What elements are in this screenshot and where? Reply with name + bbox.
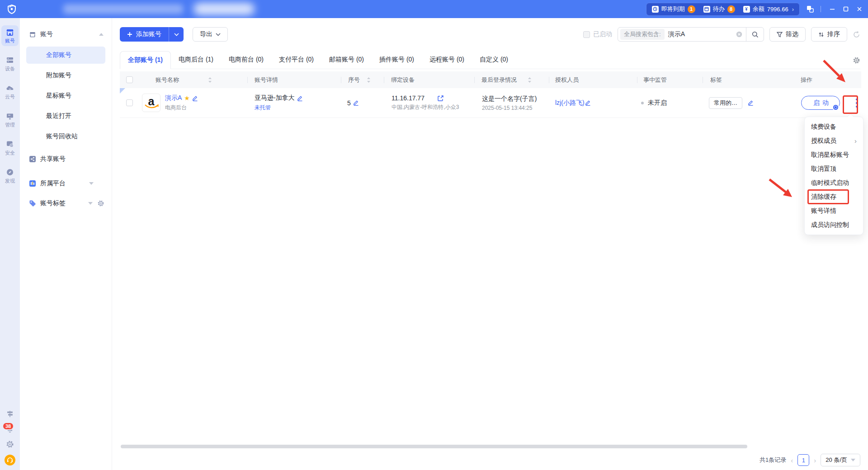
tab-ecom-frontend[interactable]: 电商前台 (0): [221, 51, 271, 69]
rail-item-cloud[interactable]: 云号: [1, 81, 19, 102]
export-button[interactable]: 导出: [193, 27, 228, 42]
menu-item-temp-mode-start[interactable]: 临时模式启动: [805, 176, 863, 190]
main-content: 添加账号 导出 已启动 全局搜索包含: 演示A: [112, 18, 868, 470]
customer-service-button[interactable]: [5, 455, 15, 465]
amazon-logo: a: [142, 94, 160, 112]
started-checkbox[interactable]: [583, 31, 590, 38]
rail-item-manage[interactable]: 管理: [1, 109, 19, 130]
menu-item-renew-device[interactable]: 续费设备: [805, 120, 863, 134]
tab-ecom-backend[interactable]: 电商后台 (1): [171, 51, 221, 69]
search-input[interactable]: 演示A: [668, 30, 736, 38]
hosting-status[interactable]: 未托管: [255, 104, 303, 112]
tag-chip[interactable]: 常用的…: [709, 97, 742, 109]
expiring-group[interactable]: 即将到期 1: [652, 5, 695, 13]
menu-item-unstar-account[interactable]: 取消星标账号: [805, 148, 863, 162]
sort-caret-icon[interactable]: [528, 77, 532, 83]
page-number[interactable]: 1: [797, 454, 809, 466]
select-all-checkbox[interactable]: [126, 76, 133, 83]
notifications-bell[interactable]: 38: [5, 425, 14, 434]
sidebar-item-extra-accounts[interactable]: 附加账号: [26, 67, 105, 84]
sidebar-item-platform[interactable]: 所属平台: [20, 175, 112, 192]
menu-item-unpin[interactable]: 取消置顶: [805, 162, 863, 176]
sidebar-item-account-tags[interactable]: 账号标签: [20, 195, 112, 212]
sidebar-section-accounts[interactable]: 账号: [20, 25, 112, 43]
sidebar-item-recycle-bin[interactable]: 账号回收站: [26, 128, 105, 145]
menu-item-clear-cache[interactable]: 清除缓存: [805, 190, 863, 204]
header-seq[interactable]: 序号: [341, 71, 384, 88]
more-actions-button[interactable]: [852, 94, 861, 112]
tab-label: 电商后台 (1): [179, 56, 213, 64]
edit-pencil-icon[interactable]: [748, 100, 754, 106]
open-device-icon[interactable]: [437, 95, 444, 102]
tag-settings-gear-icon[interactable]: [97, 200, 104, 207]
signpost-icon[interactable]: [5, 409, 14, 418]
device-location: 中国,内蒙古-呼和浩特,小众3: [392, 103, 459, 111]
sort-label: 排序: [827, 30, 840, 38]
sidebar-item-recently-opened[interactable]: 最近打开: [26, 108, 105, 125]
header-label: 账号详情: [255, 76, 278, 84]
maximize-button[interactable]: [843, 6, 849, 12]
refresh-icon[interactable]: [853, 31, 860, 38]
tab-all-accounts[interactable]: 全部账号 (1): [120, 51, 171, 69]
prev-page-icon[interactable]: ‹: [791, 456, 793, 464]
collapse-icon[interactable]: [99, 33, 104, 36]
sort-caret-icon[interactable]: [367, 77, 371, 83]
tab-plugin[interactable]: 插件账号 (0): [372, 51, 422, 69]
sidebar-item-all-accounts[interactable]: 全部账号: [26, 47, 105, 64]
start-button[interactable]: 启动: [801, 96, 840, 110]
edit-pencil-icon[interactable]: [353, 100, 359, 106]
minimize-button[interactable]: [829, 6, 835, 12]
header-last-login[interactable]: 最后登录情况: [475, 71, 549, 88]
window-arrange-icon[interactable]: [806, 5, 814, 13]
edit-pencil-icon[interactable]: [297, 95, 303, 101]
next-page-icon[interactable]: ›: [814, 456, 816, 464]
horizontal-scrollbar[interactable]: [121, 445, 747, 448]
gear-icon[interactable]: [6, 440, 14, 448]
filter-label: 筛选: [786, 30, 798, 38]
star-icon[interactable]: ★: [184, 94, 190, 102]
tab-remote[interactable]: 远程账号 (0): [422, 51, 472, 69]
column-settings-gear-icon[interactable]: [853, 56, 860, 64]
menu-item-member-access-control[interactable]: 成员访问控制: [805, 218, 863, 232]
clear-search-icon[interactable]: [736, 31, 742, 38]
add-account-button[interactable]: 添加账号: [120, 27, 184, 42]
edit-pencil-icon[interactable]: [585, 100, 591, 106]
sidebar-item-shared-accounts[interactable]: 共享账号: [20, 150, 112, 168]
status-dot: [641, 102, 644, 104]
header-label: 事中监管: [643, 76, 667, 84]
add-account-dropdown[interactable]: [169, 33, 184, 36]
rail-item-accounts[interactable]: 账号: [1, 25, 19, 46]
sidebar-item-label: 星标账号: [46, 92, 71, 100]
table-row[interactable]: a 演示A ★ 电商后台: [120, 88, 861, 118]
menu-item-authorize-member[interactable]: 授权成员 ›: [805, 134, 863, 148]
header-account-name[interactable]: 账号名称: [139, 71, 248, 88]
tab-payment[interactable]: 支付平台 (0): [271, 51, 321, 69]
sort-button[interactable]: 排序: [811, 27, 847, 42]
sidebar-item-starred-accounts[interactable]: 星标账号: [26, 87, 105, 104]
authorized-member[interactable]: lzj(小路飞): [555, 99, 585, 107]
menu-item-account-detail[interactable]: 账号详情: [805, 204, 863, 218]
calendar-icon: [703, 6, 710, 13]
todo-group[interactable]: 待办 8: [703, 5, 735, 13]
expand-icon[interactable]: [88, 202, 93, 205]
tab-custom[interactable]: 自定义 (0): [472, 51, 516, 69]
search-button[interactable]: [746, 28, 764, 41]
expand-icon[interactable]: [89, 182, 94, 185]
rail-item-devices[interactable]: 设备: [1, 53, 19, 74]
row-checkbox[interactable]: [126, 99, 133, 106]
tab-label: 远程账号 (0): [429, 56, 464, 64]
chrome-browser-icon: [832, 104, 839, 111]
rail-item-security[interactable]: 安全: [1, 137, 19, 158]
balance-group[interactable]: 余额 7996.66 ›: [743, 5, 794, 13]
close-button[interactable]: [856, 6, 863, 12]
tab-email[interactable]: 邮箱账号 (0): [321, 51, 372, 69]
account-name[interactable]: 演示A: [165, 94, 182, 102]
edit-pencil-icon[interactable]: [192, 95, 198, 101]
rail-item-discover[interactable]: 发现: [1, 165, 19, 186]
expiring-label: 即将到期: [661, 5, 685, 13]
page-size-select[interactable]: 20 条/页: [821, 454, 860, 466]
started-filter[interactable]: 已启动: [583, 30, 612, 38]
rail-item-label: 管理: [5, 122, 15, 128]
filter-button[interactable]: 筛选: [769, 27, 806, 42]
sort-caret-icon[interactable]: [208, 77, 212, 83]
